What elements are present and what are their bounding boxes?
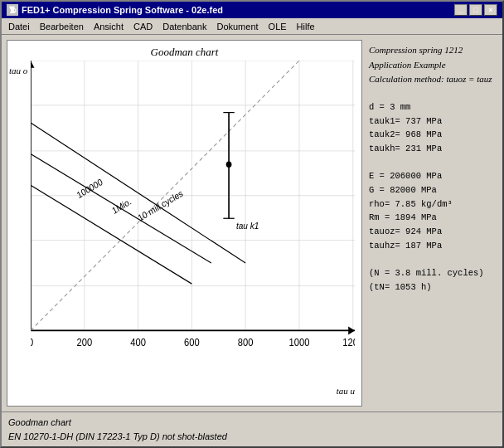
params2-section: E = 206000 MPa G = 82000 MPa rho= 7.85 k…: [369, 169, 497, 253]
svg-text:100000: 100000: [75, 176, 104, 200]
minimize-button[interactable]: _: [454, 4, 468, 16]
menu-cad[interactable]: CAD: [128, 20, 158, 33]
maximize-button[interactable]: □: [469, 4, 482, 16]
param-N: (N = 3.8 mill. cycles): [369, 266, 497, 280]
menu-ole[interactable]: OLE: [264, 20, 292, 33]
svg-text:200: 200: [76, 337, 92, 349]
chart-panel: Goodman chart tau o tau u: [7, 40, 362, 407]
svg-text:1200: 1200: [342, 337, 355, 349]
content-area: Goodman chart tau o tau u: [2, 35, 502, 411]
svg-text:800: 800: [238, 337, 254, 349]
menu-datei[interactable]: Datei: [3, 20, 35, 33]
param-G: G = 82000 MPa: [369, 183, 497, 197]
params1-section: d = 3 mm tauk1= 737 MPa tauk2= 968 MPa t…: [369, 100, 497, 156]
param-tauhz: tauhz= 187 MPa: [369, 239, 497, 253]
chart-svg: 0 200 400 600 800 1000 1200 0 200 400 60…: [31, 61, 355, 382]
param-tauoz: tauoz= 924 MPa: [369, 225, 497, 239]
window-title: FED1+ Compression Spring Software - 02e.…: [22, 5, 223, 15]
svg-text:600: 600: [184, 337, 200, 349]
bottom-text: Goodman chart EN 10270-1-DH (DIN 17223-1…: [2, 411, 502, 446]
main-window: 🗜 FED1+ Compression Spring Software - 02…: [0, 0, 504, 448]
svg-text:0: 0: [31, 337, 33, 349]
right-panel: Compression spring 1212 Application Exam…: [369, 40, 497, 407]
header-line1: Compression spring 1212: [369, 43, 497, 58]
title-buttons: _ □ ×: [454, 4, 497, 16]
param-tauk1: tauk1= 737 MPa: [369, 114, 497, 129]
param-Rm: Rm = 1894 MPa: [369, 211, 497, 225]
title-bar: 🗜 FED1+ Compression Spring Software - 02…: [2, 2, 502, 18]
header-section: Compression spring 1212 Application Exam…: [369, 43, 497, 87]
svg-marker-17: [31, 61, 34, 68]
params3-section: (N = 3.8 mill. cycles) (tN= 1053 h): [369, 266, 497, 295]
param-d: d = 3 mm: [369, 100, 497, 114]
svg-marker-16: [348, 326, 355, 334]
header-line2: Application Example: [369, 58, 497, 73]
svg-text:10 mill.cycles: 10 mill.cycles: [136, 187, 184, 223]
param-tauk2: tauk2= 968 MPa: [369, 128, 497, 142]
param-tN: (tN= 1053 h): [369, 280, 497, 295]
bottom-line2: EN 10270-1-DH (DIN 17223-1 Typ D) not sh…: [8, 430, 496, 444]
menu-bar: Datei Bearbeiten Ansicht CAD Datenbank D…: [2, 18, 502, 35]
param-taukh: taukh= 231 MPa: [369, 142, 497, 156]
param-rho: rho= 7.85 kg/dm³: [369, 197, 497, 212]
y-axis-label: tau o: [9, 66, 27, 75]
menu-hilfe[interactable]: Hilfe: [292, 20, 320, 33]
svg-point-43: [226, 161, 232, 168]
close-button[interactable]: ×: [484, 4, 497, 16]
x-axis-label: tau u: [337, 386, 355, 396]
svg-text:400: 400: [130, 337, 146, 349]
app-icon: 🗜: [7, 4, 18, 16]
menu-ansicht[interactable]: Ansicht: [89, 20, 128, 33]
svg-text:tau k1: tau k1: [236, 220, 259, 231]
bottom-line1: Goodman chart: [8, 416, 496, 430]
svg-text:1000: 1000: [289, 337, 310, 349]
menu-bearbeiten[interactable]: Bearbeiten: [35, 20, 89, 33]
param-E: E = 206000 MPa: [369, 169, 497, 183]
svg-text:1Mio.: 1Mio.: [110, 196, 133, 216]
menu-datenbank[interactable]: Datenbank: [158, 20, 211, 33]
title-bar-left: 🗜 FED1+ Compression Spring Software - 02…: [7, 4, 223, 16]
menu-dokument[interactable]: Dokument: [211, 20, 263, 33]
header-line3: Calculation method: tauoz = tauz: [369, 72, 497, 87]
chart-title: Goodman chart: [7, 41, 361, 59]
